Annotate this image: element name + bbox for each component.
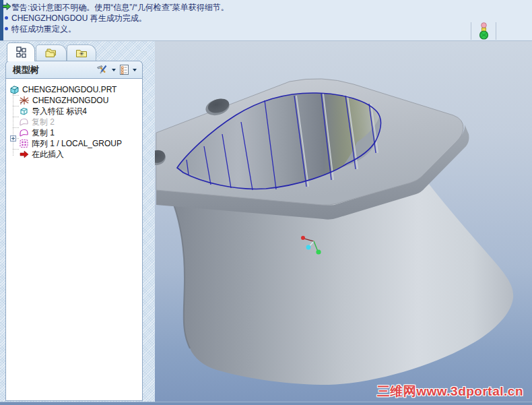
insert-here-icon xyxy=(19,150,29,159)
tree-item-import-feature[interactable]: 导入特征 标识4 xyxy=(6,106,142,117)
regen-status-box[interactable] xyxy=(471,22,496,40)
tree-item-part[interactable]: CHENGZHONGDOU.PRT xyxy=(6,84,142,95)
watermark: 三维网www.3dportal.cn xyxy=(377,383,523,400)
show-list-icon[interactable] xyxy=(119,64,129,75)
warning-arrow-icon xyxy=(2,2,11,11)
tree-item-copy-1[interactable]: 复制 1 xyxy=(6,127,142,138)
copy-icon xyxy=(19,128,29,137)
svg-text:✳: ✳ xyxy=(79,51,84,57)
tab-favorites[interactable]: ✳ xyxy=(67,44,96,61)
panel-title: 模型树 xyxy=(13,64,39,76)
message-line: CHENGZHONGDOU 再生成功完成。 xyxy=(11,13,147,24)
csys-icon: z xyxy=(19,96,30,105)
expand-plus-icon[interactable] xyxy=(10,135,16,142)
cad-model xyxy=(155,41,532,402)
pattern-icon xyxy=(19,139,29,148)
favorites-folder-icon: ✳ xyxy=(75,48,88,59)
bullet-icon xyxy=(5,16,8,20)
show-dropdown-arrow[interactable] xyxy=(133,69,137,71)
tree-item-pattern[interactable]: 阵列 1 / LOCAL_GROUP xyxy=(6,138,142,149)
copy-icon xyxy=(19,117,29,127)
traffic-light-icon xyxy=(479,22,489,40)
settings-tools-icon[interactable] xyxy=(96,64,108,75)
message-line: 特征成功重定义。 xyxy=(11,24,76,35)
model-tree-header: 模型树 xyxy=(5,61,143,78)
message-area: 警告:设计意图不明确。使用“信息”/“几何检查”菜单获得细节。 CHENGZHO… xyxy=(0,0,532,41)
message-line: 警告:设计意图不明确。使用“信息”/“几何检查”菜单获得细节。 xyxy=(11,2,229,13)
graphics-viewport[interactable]: 三维网www.3dportal.cn xyxy=(155,41,532,402)
bottom-window-edge xyxy=(0,402,532,405)
model-tree-panel[interactable]: CHENGZHONGDOU.PRT z CHENGZHONGDOU 导入特征 标… xyxy=(5,78,143,401)
folders-icon xyxy=(44,47,58,59)
tab-model-tree[interactable] xyxy=(7,42,35,61)
tab-folder-browser[interactable] xyxy=(36,44,67,61)
tree-item-csys[interactable]: z CHENGZHONGDOU xyxy=(6,95,142,106)
tree-item-insert-here[interactable]: 在此插入 xyxy=(6,149,142,160)
tree-item-copy-2[interactable]: 复制 2 xyxy=(6,117,142,127)
settings-dropdown-arrow[interactable] xyxy=(112,69,116,71)
model-tree-icon xyxy=(15,46,27,58)
navigator-panel: ✳ 模型树 xyxy=(0,41,155,402)
import-feature-icon xyxy=(19,106,29,116)
part-icon xyxy=(9,85,20,94)
bullet-icon xyxy=(5,27,8,30)
